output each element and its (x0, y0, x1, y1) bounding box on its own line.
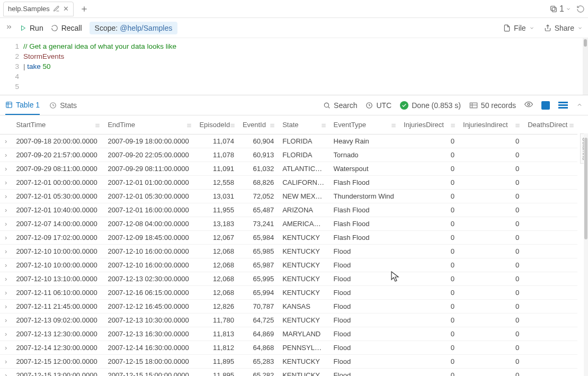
copy-count[interactable]: 1 (549, 4, 571, 14)
expand-left-icon[interactable] (5, 23, 13, 33)
expand-row-icon[interactable]: › (0, 217, 12, 231)
cell-episodeid: 13,183 (195, 217, 238, 231)
expand-row-icon[interactable]: › (0, 327, 12, 341)
cell-injuriesdirect: 0 (399, 355, 459, 369)
cell-endtime: 2007-12-01 05:30:00.0000 (103, 190, 195, 203)
table-row[interactable]: › 2007-12-01 05:30:00.0000 2007-12-01 05… (0, 190, 577, 203)
close-icon[interactable]: ✕ (63, 5, 69, 13)
table-row[interactable]: › 2007-12-13 12:30:00.0000 2007-12-13 16… (0, 327, 577, 341)
cell-endtime: 2007-12-13 10:30:00.0000 (103, 314, 195, 327)
cell-endtime: 2007-12-15 15:00:00.0000 (103, 369, 195, 377)
code-area[interactable]: // Get a general idea of what your data … (23, 38, 588, 95)
tab-stats[interactable]: Stats (49, 95, 77, 115)
tab-stats-label: Stats (60, 101, 77, 110)
cell-endtime: 2007-12-08 04:00:00.0000 (103, 217, 195, 231)
toolbar: Run Recall Scope:@help/Samples File Shar… (0, 18, 588, 38)
table-row[interactable]: › 2007-12-11 06:10:00.0000 2007-12-16 06… (0, 286, 577, 300)
table-row[interactable]: › 2007-12-10 13:10:00.0000 2007-12-13 02… (0, 272, 577, 286)
scope-pill[interactable]: Scope:@help/Samples (90, 22, 178, 34)
table-row[interactable]: › 2007-12-01 00:00:00.0000 2007-12-01 01… (0, 176, 577, 190)
expand-row-icon[interactable]: › (0, 135, 12, 148)
table-row[interactable]: › 2007-12-01 10:40:00.0000 2007-12-01 16… (0, 203, 577, 217)
cell-injuriesdirect: 0 (399, 245, 459, 258)
expand-row-icon[interactable]: › (0, 258, 12, 272)
expand-row-icon[interactable]: › (0, 314, 12, 327)
undo-icon[interactable] (576, 5, 585, 13)
table-row[interactable]: › 2007-12-14 12:30:00.0000 2007-12-14 16… (0, 341, 577, 355)
expand-row-icon[interactable]: › (0, 286, 12, 300)
cell-eventid: 73,241 (238, 217, 278, 231)
row-density-button[interactable] (558, 102, 568, 109)
cell-eventid: 64,725 (238, 314, 278, 327)
cell-deathsdirect (523, 300, 577, 314)
expand-row-icon[interactable]: › (0, 369, 12, 377)
col-EndTime[interactable]: EndTime (103, 115, 195, 135)
cell-starttime: 2007-09-20 21:57:00.0000 (12, 148, 103, 162)
eye-icon[interactable] (524, 100, 533, 110)
col-EpisodeId[interactable]: EpisodeId (195, 115, 238, 135)
expand-row-icon[interactable]: › (0, 148, 12, 162)
cell-state: ARIZONA (278, 203, 329, 217)
expand-row-icon[interactable]: › (0, 245, 12, 258)
expand-row-icon[interactable]: › (0, 162, 12, 176)
add-tab-button[interactable] (77, 2, 92, 16)
search-button[interactable]: Search (323, 101, 357, 110)
tab-title: help.Samples (8, 5, 50, 13)
tab-help-samples[interactable]: help.Samples ✕ (3, 2, 74, 16)
col-EventType[interactable]: EventType (329, 115, 399, 135)
cell-eventtype: Flood (329, 272, 399, 286)
editor-scrollbar[interactable] (583, 38, 588, 95)
code-editor[interactable]: 1 2 3 4 5 // Get a general idea of what … (0, 38, 588, 95)
expand-row-icon[interactable]: › (0, 341, 12, 355)
col-StartTime[interactable]: StartTime (12, 115, 103, 135)
cell-episodeid: 12,068 (195, 286, 238, 300)
table-row[interactable]: › 2007-12-10 10:00:00.0000 2007-12-10 16… (0, 258, 577, 272)
expand-row-icon[interactable]: › (0, 231, 12, 245)
col-EventId[interactable]: EventId (238, 115, 278, 135)
cell-starttime: 2007-12-10 10:00:00.0000 (12, 258, 103, 272)
cell-injuriesdirect: 0 (399, 190, 459, 203)
cell-injuriesindirect: 0 (459, 162, 523, 176)
col-DeathsDirect[interactable]: DeathsDirect (523, 115, 577, 135)
table-row[interactable]: › 2007-12-07 14:00:00.0000 2007-12-08 04… (0, 217, 577, 231)
table-row[interactable]: › 2007-12-09 17:02:00.0000 2007-12-09 18… (0, 231, 577, 245)
table-row[interactable]: › 2007-09-20 21:57:00.0000 2007-09-20 22… (0, 148, 577, 162)
table-row[interactable]: › 2007-12-13 09:02:00.0000 2007-12-13 10… (0, 314, 577, 327)
table-row[interactable]: › 2007-12-15 13:00:00.0000 2007-12-15 15… (0, 369, 577, 377)
expand-row-icon[interactable]: › (0, 355, 12, 369)
col-InjuriesDirect[interactable]: InjuriesDirect (399, 115, 459, 135)
svg-rect-3 (551, 6, 555, 10)
cell-eventtype: Flash Flood (329, 203, 399, 217)
table-row[interactable]: › 2007-12-10 10:00:00.0000 2007-12-10 16… (0, 245, 577, 258)
cell-endtime: 2007-12-09 18:45:00.0000 (103, 231, 195, 245)
table-row[interactable]: › 2007-12-11 21:45:00.0000 2007-12-12 16… (0, 300, 577, 314)
chevron-up-icon[interactable] (576, 101, 583, 110)
table-scrollbar[interactable] (584, 133, 588, 376)
recall-button[interactable]: Recall (51, 24, 82, 32)
expand-row-icon[interactable]: › (0, 190, 12, 203)
color-mode-button[interactable] (541, 101, 550, 110)
col-State[interactable]: State (278, 115, 329, 135)
col-InjuriesIndirect[interactable]: InjuriesIndirect (459, 115, 523, 135)
cell-eventtype: Flood (329, 300, 399, 314)
expand-row-icon[interactable]: › (0, 176, 12, 190)
cell-endtime: 2007-09-29 08:11:00.0000 (103, 162, 195, 176)
cell-injuriesindirect: 0 (459, 258, 523, 272)
table-row[interactable]: › 2007-12-15 12:00:00.0000 2007-12-15 18… (0, 355, 577, 369)
table-row[interactable]: › 2007-09-29 08:11:00.0000 2007-09-29 08… (0, 162, 577, 176)
table-row[interactable]: › 2007-09-18 20:00:00.0000 2007-09-19 18… (0, 135, 577, 148)
expand-row-icon[interactable]: › (0, 300, 12, 314)
utc-toggle[interactable]: UTC (366, 101, 391, 110)
tab-table1[interactable]: Table 1 (5, 95, 40, 115)
expand-row-icon[interactable]: › (0, 272, 12, 286)
cell-injuriesdirect: 0 (399, 369, 459, 377)
file-menu[interactable]: File (503, 24, 534, 32)
pencil-icon[interactable] (53, 5, 60, 12)
share-button[interactable]: Share (544, 24, 583, 32)
expand-row-icon[interactable]: › (0, 203, 12, 217)
cell-eventid: 60,904 (238, 135, 278, 148)
cell-endtime: 2007-12-01 16:00:00.0000 (103, 203, 195, 217)
cell-injuriesdirect: 0 (399, 135, 459, 148)
run-button[interactable]: Run (20, 24, 43, 32)
cell-episodeid: 11,813 (195, 327, 238, 341)
